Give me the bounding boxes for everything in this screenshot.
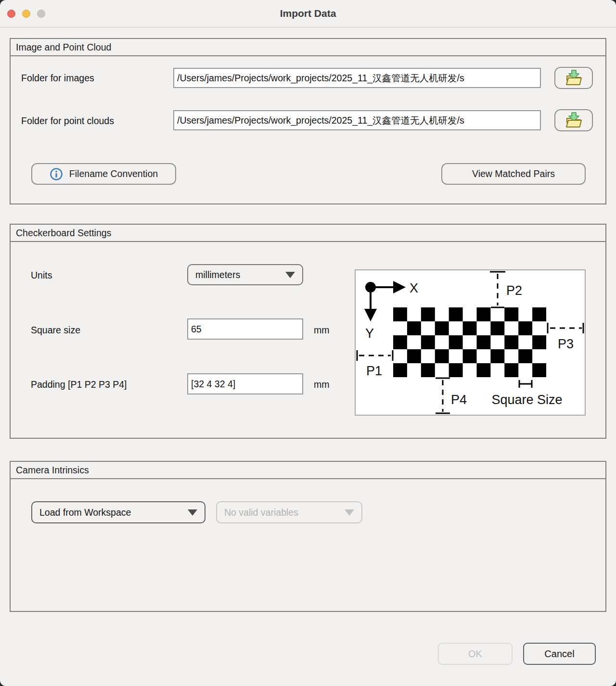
units-label: Units bbox=[31, 269, 52, 281]
section-camera-intrinsics: Camera Intrinsics Load from Workspace No… bbox=[10, 461, 606, 612]
p4-label: P4 bbox=[451, 393, 467, 407]
filename-convention-button[interactable]: Filename Convention bbox=[31, 163, 176, 185]
y-axis-label: Y bbox=[365, 326, 374, 341]
ok-label: OK bbox=[468, 648, 482, 660]
import-data-dialog: Import Data Image and Point Cloud Folder… bbox=[0, 0, 616, 686]
x-axis-arrow-icon bbox=[393, 281, 406, 293]
close-icon[interactable] bbox=[7, 10, 15, 18]
cancel-label: Cancel bbox=[544, 648, 574, 660]
section-title-image-point-cloud: Image and Point Cloud bbox=[11, 39, 605, 56]
chevron-down-icon bbox=[345, 509, 354, 516]
units-value: millimeters bbox=[195, 269, 240, 280]
square-size-marker-label: Square Size bbox=[491, 393, 562, 407]
window-controls bbox=[7, 0, 45, 27]
folder-for-point-clouds-label: Folder for point clouds bbox=[21, 114, 114, 127]
y-axis-arrow-icon bbox=[364, 309, 377, 321]
browse-images-folder-button[interactable] bbox=[554, 67, 593, 89]
browse-point-clouds-folder-button[interactable] bbox=[554, 109, 593, 131]
intrinsics-source-dropdown[interactable]: Load from Workspace bbox=[31, 501, 205, 523]
filename-convention-label: Filename Convention bbox=[69, 168, 158, 179]
chevron-down-icon bbox=[188, 509, 197, 516]
folder-for-point-clouds-input[interactable] bbox=[173, 110, 541, 130]
zoom-window-icon bbox=[37, 10, 45, 18]
open-folder-icon bbox=[564, 69, 584, 87]
info-icon bbox=[50, 167, 63, 181]
square-size-label: Square size bbox=[31, 324, 80, 336]
square-size-unit: mm bbox=[314, 324, 330, 336]
section-checkerboard-settings: Checkerboard Settings Units millimeters … bbox=[10, 224, 606, 439]
view-matched-pairs-label: View Matched Pairs bbox=[472, 168, 555, 179]
title-bar: Import Data bbox=[0, 0, 616, 27]
minimize-icon[interactable] bbox=[22, 10, 30, 18]
padding-label: Padding [P1 P2 P3 P4] bbox=[31, 378, 127, 391]
open-folder-icon bbox=[564, 112, 584, 129]
folder-for-images-input[interactable] bbox=[173, 68, 541, 88]
p1-label: P1 bbox=[366, 364, 382, 378]
folder-for-images-label: Folder for images bbox=[21, 72, 94, 84]
x-axis-label: X bbox=[410, 281, 418, 295]
intrinsics-variables-value: No valid variables bbox=[224, 507, 298, 518]
section-image-and-point-cloud: Image and Point Cloud Folder for images … bbox=[10, 38, 606, 204]
padding-unit: mm bbox=[314, 378, 330, 391]
p2-label: P2 bbox=[506, 283, 522, 298]
checkerboard-pattern bbox=[393, 307, 546, 377]
square-size-input[interactable] bbox=[187, 318, 303, 340]
window-title: Import Data bbox=[280, 8, 336, 19]
section-title-checkerboard: Checkerboard Settings bbox=[11, 225, 605, 242]
view-matched-pairs-button[interactable]: View Matched Pairs bbox=[441, 163, 586, 185]
intrinsics-variables-dropdown[interactable]: No valid variables bbox=[216, 501, 362, 523]
checkerboard-diagram: X Y P2 P3 P1 bbox=[355, 269, 586, 416]
units-dropdown[interactable]: millimeters bbox=[187, 264, 303, 285]
ok-button[interactable]: OK bbox=[438, 643, 513, 665]
section-title-camera-intrinsics: Camera Intrinsics bbox=[11, 462, 605, 479]
intrinsics-source-value: Load from Workspace bbox=[39, 507, 131, 518]
cancel-button[interactable]: Cancel bbox=[523, 643, 596, 665]
chevron-down-icon bbox=[285, 272, 295, 278]
padding-input[interactable] bbox=[187, 373, 303, 394]
p3-label: P3 bbox=[558, 337, 574, 351]
